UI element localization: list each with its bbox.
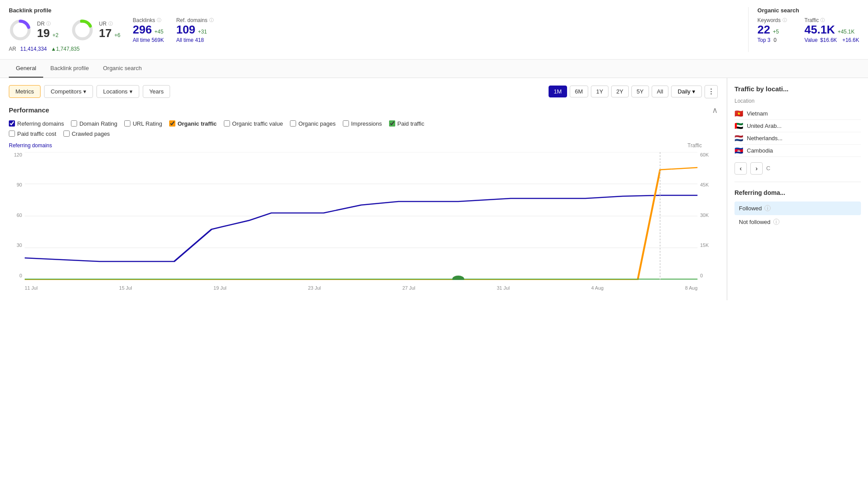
locations-button[interactable]: Locations ▾ bbox=[96, 85, 139, 98]
period-2y-button[interactable]: 2Y bbox=[611, 86, 629, 97]
traffic-sub-label: Value bbox=[805, 37, 818, 43]
traffic-delta: +45.1K bbox=[838, 29, 854, 35]
checkbox-referring-domains[interactable]: Referring domains bbox=[9, 120, 64, 127]
traffic-info-icon[interactable]: ⓘ bbox=[820, 17, 825, 23]
dr-info-icon[interactable]: ⓘ bbox=[46, 21, 51, 27]
traffic-sub-value[interactable]: $16.6K bbox=[820, 37, 837, 43]
checkbox-domain-rating-input[interactable] bbox=[71, 120, 77, 127]
period-6m-button[interactable]: 6M bbox=[570, 86, 588, 97]
checkbox-impressions[interactable]: Impressions bbox=[343, 120, 382, 127]
checkbox-paid-traffic-cost-input[interactable] bbox=[9, 131, 15, 137]
flag-cambodia: 🇰🇭 bbox=[734, 147, 743, 153]
keywords-value: 22 bbox=[757, 23, 770, 36]
location-name-uae: United Arab... bbox=[747, 123, 782, 129]
x-label-11jul: 11 Jul bbox=[25, 285, 37, 291]
locations-label: Locations bbox=[103, 88, 128, 95]
period-1y-button[interactable]: 1Y bbox=[591, 86, 608, 97]
referring-domains-section: Referring doma... Followed i Not followe… bbox=[734, 189, 861, 229]
metrics-button[interactable]: Metrics bbox=[9, 85, 41, 98]
chart-svg bbox=[25, 152, 697, 280]
daily-button[interactable]: Daily ▾ bbox=[671, 86, 702, 97]
chart-right-label: Traffic bbox=[687, 142, 702, 149]
period-all-button[interactable]: All bbox=[652, 86, 668, 97]
ur-info-icon[interactable]: ⓘ bbox=[108, 21, 113, 27]
checkbox-paid-traffic-input[interactable] bbox=[389, 120, 395, 127]
checkbox-referring-domains-label: Referring domains bbox=[17, 120, 64, 127]
location-row-netherlands[interactable]: 🇳🇱 Netherlands... bbox=[734, 132, 861, 145]
period-1m-button[interactable]: 1M bbox=[549, 86, 567, 97]
tab-organic-search[interactable]: Organic search bbox=[96, 60, 149, 78]
traffic-sub-delta: +16.6K bbox=[842, 37, 859, 43]
checkboxes-row: Referring domains Domain Rating URL Rati… bbox=[9, 120, 718, 127]
checkbox-crawled-pages-label: Crawled pages bbox=[72, 131, 110, 137]
years-button[interactable]: Years bbox=[143, 85, 171, 98]
left-axis-30: 30 bbox=[17, 242, 22, 248]
dr-delta: +2 bbox=[52, 32, 59, 38]
backlinks-sub-value[interactable]: 569K bbox=[152, 37, 164, 43]
referring-domains-panel-title: Referring doma... bbox=[734, 189, 861, 196]
x-label-8aug: 8 Aug bbox=[685, 285, 697, 291]
checkbox-url-rating-label: URL Rating bbox=[133, 120, 162, 127]
tab-backlink-profile[interactable]: Backlink profile bbox=[43, 60, 96, 78]
dr-donut bbox=[9, 19, 32, 41]
checkbox-organic-traffic-input[interactable] bbox=[169, 120, 175, 127]
ref-domains-sub-value[interactable]: 418 bbox=[195, 37, 204, 43]
checkbox-organic-traffic-value-label: Organic traffic value bbox=[232, 120, 283, 127]
competitors-button[interactable]: Competitors ▾ bbox=[44, 85, 93, 98]
checkbox-paid-traffic-cost[interactable]: Paid traffic cost bbox=[9, 131, 56, 137]
ar-value[interactable]: 11,414,334 bbox=[20, 46, 47, 52]
chart-toolbar: Metrics Competitors ▾ Locations ▾ Years … bbox=[9, 85, 718, 98]
more-options-button[interactable]: ⋮ bbox=[705, 85, 718, 98]
checkbox-organic-traffic-value[interactable]: Organic traffic value bbox=[224, 120, 283, 127]
x-label-31jul: 31 Jul bbox=[497, 285, 509, 291]
ar-row: AR 11,414,334 ▲1,747,835 bbox=[9, 46, 739, 52]
checkbox-impressions-input[interactable] bbox=[343, 120, 349, 127]
checkbox-domain-rating[interactable]: Domain Rating bbox=[71, 120, 117, 127]
checkbox-organic-traffic-value-input[interactable] bbox=[224, 120, 230, 127]
left-axis-60: 60 bbox=[17, 213, 22, 218]
next-page-button[interactable]: › bbox=[750, 162, 763, 175]
location-row-vietnam[interactable]: 🇻🇳 Vietnam bbox=[734, 108, 861, 120]
checkbox-referring-domains-input[interactable] bbox=[9, 120, 15, 127]
checkbox-url-rating[interactable]: URL Rating bbox=[124, 120, 162, 127]
main-area: Metrics Competitors ▾ Locations ▾ Years … bbox=[0, 78, 868, 300]
cancel-icon[interactable]: C bbox=[766, 165, 770, 172]
right-panel: Traffic by locati... Location 🇻🇳 Vietnam… bbox=[727, 78, 868, 300]
checkbox-crawled-pages[interactable]: Crawled pages bbox=[63, 131, 110, 137]
followed-info-icon[interactable]: i bbox=[764, 205, 771, 211]
ref-domains-metric: Ref. domains ⓘ 109 +31 All time 418 bbox=[176, 17, 214, 43]
ur-block: UR ⓘ 17 +6 bbox=[99, 21, 121, 40]
checkbox-organic-pages[interactable]: Organic pages bbox=[290, 120, 336, 127]
ref-domain-not-followed[interactable]: Not followed i bbox=[734, 215, 861, 229]
checkbox-crawled-pages-input[interactable] bbox=[63, 131, 70, 137]
flag-vietnam: 🇻🇳 bbox=[734, 110, 743, 116]
organic-search-section: Organic search Keywords ⓘ 22 +5 Top 3 0 bbox=[757, 7, 859, 52]
not-followed-info-icon[interactable]: i bbox=[773, 219, 779, 225]
period-5y-button[interactable]: 5Y bbox=[631, 86, 649, 97]
ref-domains-info-icon[interactable]: ⓘ bbox=[209, 17, 214, 23]
backlinks-info-icon[interactable]: ⓘ bbox=[157, 17, 161, 23]
x-label-4aug: 4 Aug bbox=[591, 285, 604, 291]
checkbox-url-rating-input[interactable] bbox=[124, 120, 130, 127]
flag-uae: 🇦🇪 bbox=[734, 123, 743, 129]
ref-domain-followed[interactable]: Followed i bbox=[734, 201, 861, 215]
organic-search-title: Organic search bbox=[757, 7, 859, 14]
checkbox-impressions-label: Impressions bbox=[351, 120, 382, 127]
tab-general[interactable]: General bbox=[9, 60, 43, 78]
keywords-info-icon[interactable]: ⓘ bbox=[783, 17, 787, 23]
section-divider bbox=[748, 7, 749, 52]
location-row-uae[interactable]: 🇦🇪 United Arab... bbox=[734, 120, 861, 132]
chart-area: 120 90 60 30 0 60K 45K 30K 15K 0 bbox=[9, 152, 718, 293]
hover-dot bbox=[452, 276, 464, 280]
dr-value: 19 bbox=[37, 27, 50, 40]
checkbox-organic-traffic[interactable]: Organic traffic bbox=[169, 120, 217, 127]
location-row-cambodia[interactable]: 🇰🇭 Cambodia bbox=[734, 145, 861, 157]
checkbox-paid-traffic[interactable]: Paid traffic bbox=[389, 120, 424, 127]
checkbox-organic-pages-input[interactable] bbox=[290, 120, 296, 127]
checkbox-organic-pages-label: Organic pages bbox=[298, 120, 336, 127]
chart-left-axis: 120 90 60 30 0 bbox=[9, 152, 22, 280]
traffic-by-location-title: Traffic by locati... bbox=[734, 85, 861, 93]
performance-header: Performance ∧ bbox=[9, 105, 718, 115]
collapse-icon[interactable]: ∧ bbox=[712, 105, 718, 115]
prev-page-button[interactable]: ‹ bbox=[734, 162, 747, 175]
